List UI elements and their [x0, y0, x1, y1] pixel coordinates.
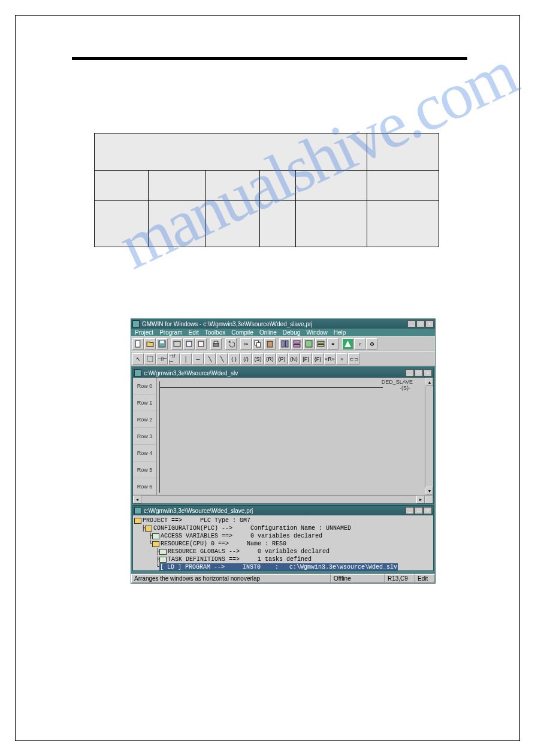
tb-new-icon[interactable] — [132, 338, 144, 350]
menu-debug[interactable]: Debug — [281, 329, 302, 336]
scroll-up-icon[interactable]: ▴ — [425, 378, 433, 386]
tb-open-icon[interactable] — [144, 338, 156, 350]
tb-icon[interactable] — [279, 338, 291, 350]
svg-rect-18 — [147, 356, 153, 362]
row-label: Row 0 — [133, 378, 156, 394]
close-button[interactable]: × — [424, 369, 432, 377]
system-icon[interactable] — [134, 507, 141, 514]
table-cell — [206, 171, 260, 201]
tb-icon[interactable]: ⚙ — [366, 338, 377, 350]
page-icon — [159, 549, 167, 555]
frame-table-wrap — [94, 133, 439, 247]
scrollbar-horizontal[interactable]: ◂ ▸ — [133, 495, 433, 503]
menu-program[interactable]: Program — [158, 329, 184, 336]
scrollbar-vertical[interactable]: ▴ ▾ — [425, 378, 433, 495]
scroll-right-icon[interactable]: ▸ — [416, 496, 425, 503]
tree-item: └RESOURCE(CPU) 0 ==> Name : RES0 — [134, 540, 432, 548]
maximize-button[interactable]: □ — [415, 369, 423, 377]
tb-undo-icon[interactable] — [225, 338, 237, 350]
close-button[interactable]: × — [425, 320, 434, 327]
ld-contact-nc-icon[interactable]: ⊣/⊢ — [168, 353, 180, 365]
ld-coil-nc-icon[interactable]: (/) — [240, 353, 252, 365]
tb-icon[interactable] — [291, 338, 303, 350]
svg-rect-6 — [213, 343, 219, 346]
row-label: Row 3 — [133, 428, 156, 445]
tb-icon[interactable] — [315, 338, 327, 350]
tb-cut-icon[interactable]: ✂ — [240, 338, 252, 350]
ladder-rung — [159, 387, 383, 388]
scroll-corner — [425, 496, 433, 503]
close-button[interactable]: × — [424, 507, 432, 514]
ld-coil-icon[interactable]: ( ) — [228, 353, 240, 365]
menu-toolbox[interactable]: Toolbox — [203, 329, 227, 336]
menu-window[interactable]: Window — [304, 329, 330, 336]
system-icon[interactable] — [134, 369, 141, 377]
frame-table — [94, 133, 439, 247]
tb-copy-icon[interactable] — [252, 338, 264, 350]
ladder-canvas[interactable]: DED_SLAVE -(S)- — [157, 378, 425, 495]
toolbar-main: ✂ ⚭ ♀ ⚙ — [131, 336, 435, 351]
status-edit: Edit — [415, 574, 435, 583]
menu-compile[interactable]: Compile — [229, 329, 255, 336]
ld-vline-icon[interactable]: │ — [180, 353, 192, 365]
scroll-track[interactable] — [141, 496, 416, 503]
status-mode: Offline — [331, 574, 385, 583]
svg-rect-2 — [160, 341, 164, 343]
tree-item: ├ACCESS VARIABLES ==> 0 variables declar… — [134, 532, 432, 540]
minimize-button[interactable]: _ — [406, 369, 414, 377]
table-cell — [296, 201, 367, 247]
tb-icon[interactable] — [195, 338, 207, 350]
project-titlebar[interactable]: c:\Wgmwin3,3e\Wsource\Wded_slave,prj _ □… — [133, 506, 433, 515]
ld-contact-no-icon[interactable]: ⊣⊢ — [156, 353, 168, 365]
ld-hline-icon[interactable]: ─ — [192, 353, 204, 365]
ld-coil-p-icon[interactable]: (P) — [276, 353, 288, 365]
ld-icon[interactable]: ⊂⊃ — [348, 353, 359, 365]
ld-func-icon[interactable]: {F} — [312, 353, 324, 365]
ld-select-icon[interactable] — [144, 353, 156, 365]
ld-jmp-icon[interactable]: » — [336, 353, 347, 365]
tb-link-icon[interactable]: ⚭ — [327, 338, 338, 350]
ld-coil-r-icon[interactable]: (R) — [264, 353, 276, 365]
ladder-titlebar[interactable]: c:\Wgmwin3,3e\Wsource\Wded_slv _ □ × — [133, 368, 433, 378]
menu-project[interactable]: Project — [133, 329, 155, 336]
tb-icon[interactable] — [303, 338, 315, 350]
scroll-down-icon[interactable]: ▾ — [425, 487, 433, 495]
table-cell — [367, 171, 439, 201]
row-label: Row 1 — [133, 394, 156, 411]
tree-item: PROJECT ==> PLC Type : GM7 — [134, 517, 432, 524]
menu-online[interactable]: Online — [258, 329, 279, 336]
tb-icon[interactable]: ♀ — [354, 338, 365, 350]
ladder-title: c:\Wgmwin3,3e\Wsource\Wded_slv — [144, 370, 406, 377]
row-label: Row 5 — [133, 462, 156, 478]
tb-icon[interactable] — [183, 338, 195, 350]
tb-print-icon[interactable] — [210, 338, 222, 350]
tb-save-icon[interactable] — [156, 338, 168, 350]
ld-fb-icon[interactable]: [F] — [300, 353, 312, 365]
scroll-track[interactable] — [425, 386, 433, 487]
ld-icon[interactable]: ╲ — [204, 353, 216, 365]
svg-rect-9 — [256, 342, 261, 347]
tb-icon[interactable] — [171, 338, 183, 350]
titlebar[interactable]: GMWIN for Windows - c:\Wgmwin3,3e\Wsourc… — [131, 319, 435, 329]
ld-coil-s-icon[interactable]: (S) — [252, 353, 264, 365]
page-icon — [152, 533, 159, 539]
minimize-button[interactable]: _ — [407, 320, 416, 327]
ld-arrow-icon[interactable]: ↖ — [132, 353, 144, 365]
menu-help[interactable]: Help — [332, 329, 348, 336]
scroll-left-icon[interactable]: ◂ — [133, 496, 141, 503]
row-gutter: Row 0 Row 1 Row 2 Row 3 Row 4 Row 5 Row … — [133, 378, 157, 495]
toolbar-separator — [222, 338, 225, 350]
table-cell — [296, 171, 367, 201]
tb-paste-icon[interactable] — [264, 338, 276, 350]
tb-icon[interactable] — [342, 338, 353, 350]
maximize-button[interactable]: □ — [415, 507, 423, 514]
project-tree[interactable]: PROJECT ==> PLC Type : GM7 ├CONFIGURATIO… — [133, 515, 433, 570]
ld-icon[interactable]: ╲ — [216, 353, 228, 365]
svg-rect-16 — [318, 341, 324, 343]
menu-edit[interactable]: Edit — [186, 329, 200, 336]
ld-coil-n-icon[interactable]: (N) — [288, 353, 300, 365]
ld-ret-icon[interactable]: «R» — [324, 353, 335, 365]
maximize-button[interactable]: □ — [416, 320, 425, 327]
system-icon[interactable] — [132, 320, 140, 327]
minimize-button[interactable]: _ — [406, 507, 414, 514]
